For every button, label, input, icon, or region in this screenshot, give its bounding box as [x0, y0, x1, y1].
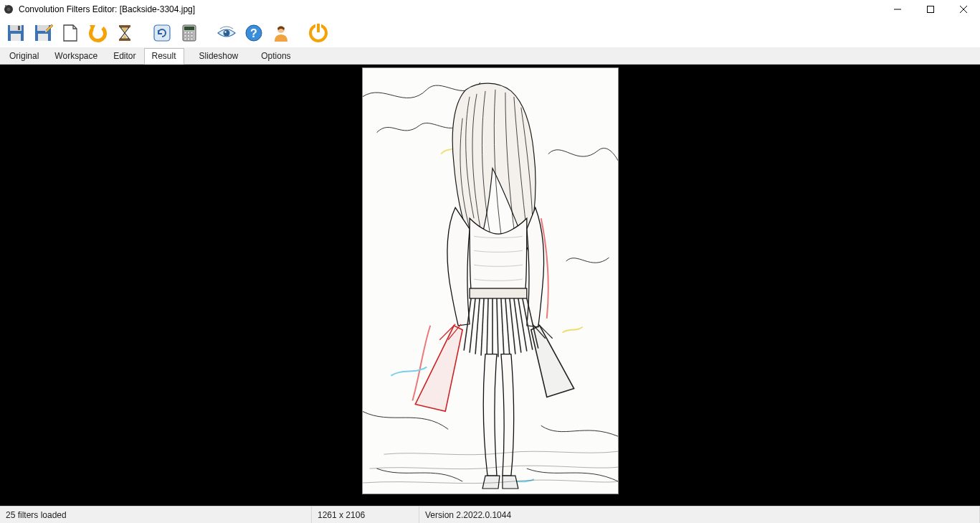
tab-result[interactable]: Result	[144, 48, 184, 65]
svg-rect-19	[184, 32, 186, 34]
eye-icon	[216, 22, 237, 44]
svg-rect-26	[188, 38, 190, 40]
svg-point-28	[224, 30, 230, 37]
svg-point-29	[224, 31, 226, 32]
user-icon	[271, 23, 291, 43]
window-controls	[881, 0, 980, 19]
window-title: Convolution Filters Editor: [Backside-33…	[19, 4, 195, 14]
help-icon: ?	[244, 23, 264, 43]
refresh-button[interactable]	[149, 20, 175, 46]
close-button[interactable]	[947, 0, 980, 19]
tab-slideshow[interactable]: Slideshow	[191, 48, 247, 64]
help-button[interactable]: ?	[241, 20, 267, 46]
svg-point-1	[7, 8, 11, 11]
hourglass-icon	[115, 23, 135, 43]
svg-rect-22	[184, 35, 186, 37]
hourglass-button[interactable]	[112, 20, 138, 46]
new-page-button[interactable]	[57, 20, 83, 46]
svg-rect-39	[470, 288, 527, 298]
svg-rect-20	[188, 32, 190, 34]
image-viewport[interactable]	[0, 65, 980, 506]
status-version: Version 2.2022.0.1044	[419, 506, 980, 523]
maximize-button[interactable]	[914, 0, 947, 19]
svg-text:?: ?	[250, 27, 257, 39]
svg-rect-2	[5, 5, 6, 6]
tab-workspace[interactable]: Workspace	[47, 48, 105, 64]
refresh-icon	[152, 23, 172, 43]
calculator-icon	[179, 23, 199, 43]
svg-rect-23	[188, 35, 190, 37]
preview-button[interactable]	[214, 20, 239, 46]
status-filters: 25 filters loaded	[0, 506, 312, 523]
save-as-button[interactable]	[30, 20, 56, 46]
svg-rect-13	[38, 34, 48, 41]
svg-rect-4	[928, 6, 934, 13]
app-icon	[3, 4, 14, 15]
svg-rect-21	[191, 32, 193, 34]
svg-rect-18	[184, 27, 194, 30]
undo-button[interactable]	[85, 20, 110, 46]
title-bar: Convolution Filters Editor: [Backside-33…	[0, 0, 980, 19]
user-button[interactable]	[268, 20, 294, 46]
tab-editor[interactable]: Editor	[105, 48, 143, 64]
svg-rect-9	[11, 34, 21, 41]
power-button[interactable]	[305, 20, 331, 46]
tab-original[interactable]: Original	[1, 48, 47, 64]
status-bar: 25 filters loaded 1261 x 2106 Version 2.…	[0, 506, 980, 523]
toolbar: ?	[0, 19, 980, 47]
new-page-icon	[60, 23, 80, 43]
svg-rect-27	[191, 38, 193, 40]
power-icon	[308, 22, 329, 44]
svg-rect-24	[191, 35, 193, 37]
save-button[interactable]	[3, 20, 29, 46]
svg-rect-10	[18, 26, 20, 30]
minimize-button[interactable]	[881, 0, 914, 19]
status-dimensions: 1261 x 2106	[312, 506, 419, 523]
svg-rect-25	[184, 38, 186, 40]
calculator-button[interactable]	[176, 20, 202, 46]
tab-options[interactable]: Options	[253, 48, 298, 64]
tab-bar: Original Workspace Editor Result Slidesh…	[0, 47, 980, 65]
result-image	[362, 67, 619, 494]
save-as-icon	[33, 23, 53, 43]
save-icon	[6, 23, 26, 43]
undo-icon	[87, 22, 108, 44]
